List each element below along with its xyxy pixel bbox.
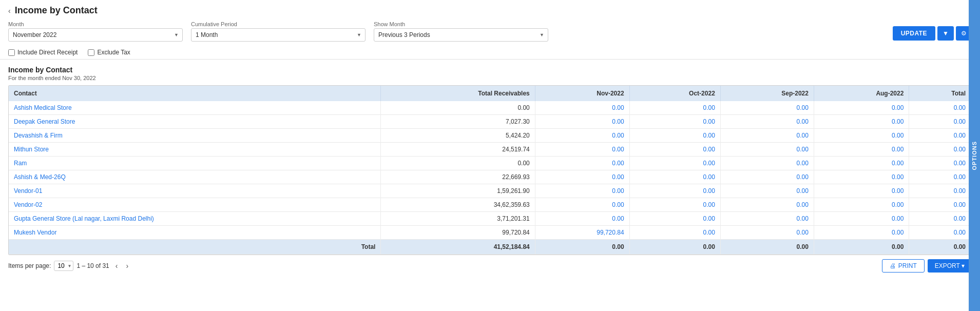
cell-oct[interactable]: 0.00 [629, 198, 720, 212]
cell-sep[interactable]: 0.00 [720, 212, 814, 226]
include-direct-label[interactable]: Include Direct Receipt [8, 49, 78, 56]
cell-total[interactable]: 0.00 [909, 170, 971, 184]
table-row: Gupta General Store (Lal nagar, Laxmi Ro… [9, 212, 971, 226]
cell-sep[interactable]: 0.00 [720, 226, 814, 240]
cell-contact[interactable]: Deepak General Store [9, 115, 381, 129]
cell-aug[interactable]: 0.00 [814, 143, 909, 157]
cell-oct[interactable]: 0.00 [629, 143, 720, 157]
cell-aug[interactable]: 0.00 [814, 212, 909, 226]
cell-contact[interactable]: Gupta General Store (Lal nagar, Laxmi Ro… [9, 212, 381, 226]
exclude-tax-checkbox[interactable] [88, 49, 94, 56]
cell-total-receivables: 0.00 [381, 157, 535, 170]
cell-nov[interactable]: 0.00 [535, 129, 629, 143]
cell-contact[interactable]: Ashish Medical Store [9, 101, 381, 115]
cell-sep[interactable]: 0.00 [720, 170, 814, 184]
total-sep: 0.00 [720, 240, 814, 255]
exclude-tax-label[interactable]: Exclude Tax [88, 49, 130, 56]
cell-oct[interactable]: 0.00 [629, 226, 720, 240]
cell-oct[interactable]: 0.00 [629, 212, 720, 226]
cell-total[interactable]: 0.00 [909, 184, 971, 198]
month-select-wrapper: November 2022 [8, 28, 183, 42]
options-sidebar-label: OPTIONS [971, 141, 977, 170]
pagination-next-button[interactable]: › [123, 261, 131, 271]
cell-total[interactable]: 0.00 [909, 212, 971, 226]
report-section: Income by Contact For the month ended No… [0, 62, 980, 81]
divider [0, 59, 980, 60]
cell-nov[interactable]: 0.00 [535, 157, 629, 170]
cumulative-select[interactable]: 1 Month [191, 28, 366, 42]
cell-contact[interactable]: Ram [9, 157, 381, 170]
table-body: Ashish Medical Store 0.00 0.00 0.00 0.00… [9, 101, 971, 255]
table-row: Ram 0.00 0.00 0.00 0.00 0.00 0.00 [9, 157, 971, 170]
table-wrapper: Contact Total Receivables Nov-2022 Oct-2… [8, 85, 972, 255]
cell-contact[interactable]: Devashish & Firm [9, 129, 381, 143]
cell-total[interactable]: 0.00 [909, 157, 971, 170]
total-row: Total 41,52,184.84 0.00 0.00 0.00 0.00 0… [9, 240, 971, 255]
cell-aug[interactable]: 0.00 [814, 115, 909, 129]
cell-aug[interactable]: 0.00 [814, 157, 909, 170]
cell-total-receivables: 3,71,201.31 [381, 212, 535, 226]
items-per-page-label: Items per page: [8, 262, 51, 269]
cell-contact[interactable]: Mukesh Vendor [9, 226, 381, 240]
month-select[interactable]: November 2022 [8, 28, 183, 42]
pagination-row: Items per page: 10 25 50 1 – 10 of 31 ‹ … [0, 255, 980, 277]
export-button[interactable]: EXPORT ▾ [928, 259, 972, 273]
th-total-receivables: Total Receivables [381, 86, 535, 101]
cell-nov[interactable]: 0.00 [535, 143, 629, 157]
items-per-page-select[interactable]: 10 25 50 [54, 261, 73, 271]
cell-oct[interactable]: 0.00 [629, 129, 720, 143]
filters-row: Month November 2022 Cumulative Period 1 … [0, 21, 980, 46]
cell-contact[interactable]: Vendor-01 [9, 184, 381, 198]
cell-total[interactable]: 0.00 [909, 101, 971, 115]
cell-aug[interactable]: 0.00 [814, 129, 909, 143]
cell-total[interactable]: 0.00 [909, 198, 971, 212]
cell-nov[interactable]: 0.00 [535, 212, 629, 226]
cell-nov[interactable]: 0.00 [535, 101, 629, 115]
cell-contact[interactable]: Vendor-02 [9, 198, 381, 212]
cell-nov[interactable]: 0.00 [535, 170, 629, 184]
exclude-tax-text: Exclude Tax [97, 49, 130, 56]
checkboxes-row: Include Direct Receipt Exclude Tax [0, 46, 980, 59]
cell-sep[interactable]: 0.00 [720, 157, 814, 170]
cell-contact[interactable]: Mithun Store [9, 143, 381, 157]
cell-sep[interactable]: 0.00 [720, 129, 814, 143]
pagination-prev-button[interactable]: ‹ [112, 261, 121, 271]
cell-nov[interactable]: 99,720.84 [535, 226, 629, 240]
income-table: Contact Total Receivables Nov-2022 Oct-2… [9, 86, 971, 255]
show-month-select[interactable]: Previous 3 Periods [374, 28, 548, 42]
total-receivables: 41,52,184.84 [381, 240, 535, 255]
cell-nov[interactable]: 0.00 [535, 115, 629, 129]
cell-aug[interactable]: 0.00 [814, 226, 909, 240]
cell-oct[interactable]: 0.00 [629, 101, 720, 115]
cell-sep[interactable]: 0.00 [720, 143, 814, 157]
pagination-right: 🖨 PRINT EXPORT ▾ [882, 259, 972, 273]
cell-aug[interactable]: 0.00 [814, 101, 909, 115]
cell-sep[interactable]: 0.00 [720, 198, 814, 212]
update-button[interactable]: UPDATE [893, 26, 935, 41]
print-button[interactable]: 🖨 PRINT [882, 259, 925, 273]
cell-aug[interactable]: 0.00 [814, 170, 909, 184]
cell-oct[interactable]: 0.00 [629, 184, 720, 198]
cell-oct[interactable]: 0.00 [629, 115, 720, 129]
cell-oct[interactable]: 0.00 [629, 170, 720, 184]
include-direct-checkbox[interactable] [8, 49, 15, 56]
cell-oct[interactable]: 0.00 [629, 157, 720, 170]
cell-contact[interactable]: Ashish & Med-26Q [9, 170, 381, 184]
cell-total[interactable]: 0.00 [909, 226, 971, 240]
cell-nov[interactable]: 0.00 [535, 184, 629, 198]
cell-aug[interactable]: 0.00 [814, 198, 909, 212]
back-button[interactable]: ‹ [8, 7, 11, 15]
total-oct: 0.00 [629, 240, 720, 255]
cell-total[interactable]: 0.00 [909, 129, 971, 143]
cell-aug[interactable]: 0.00 [814, 184, 909, 198]
options-sidebar[interactable]: OPTIONS [969, 0, 980, 311]
cell-sep[interactable]: 0.00 [720, 101, 814, 115]
cell-sep[interactable]: 0.00 [720, 115, 814, 129]
cell-sep[interactable]: 0.00 [720, 184, 814, 198]
th-total: Total [909, 86, 971, 101]
header: ‹ Income by Contact [0, 0, 980, 16]
filter-icon-button[interactable]: ▼ [937, 26, 954, 41]
cell-nov[interactable]: 0.00 [535, 198, 629, 212]
cell-total[interactable]: 0.00 [909, 115, 971, 129]
cell-total[interactable]: 0.00 [909, 143, 971, 157]
